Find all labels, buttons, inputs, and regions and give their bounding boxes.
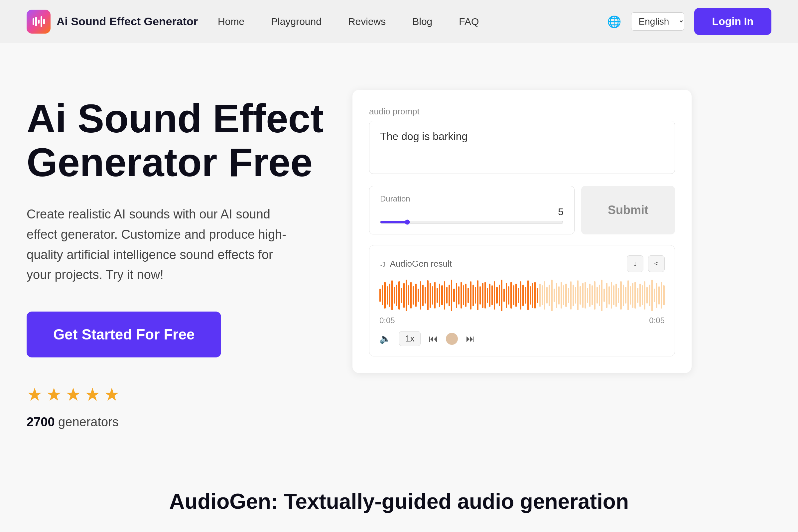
waveform-bar xyxy=(441,285,442,305)
time-row: 0:05 0:05 xyxy=(379,316,665,325)
navbar: Ai Sound Effect Generator Home Playgroun… xyxy=(0,0,798,43)
waveform-bar xyxy=(654,289,655,302)
waveform-bar xyxy=(565,284,567,307)
svg-rect-4 xyxy=(43,19,45,24)
result-actions: ↓ < xyxy=(627,255,665,272)
waveform-bar xyxy=(418,289,419,302)
waveform-bar xyxy=(460,282,462,308)
logo-area[interactable]: Ai Sound Effect Generator xyxy=(26,10,198,34)
waveform-bar xyxy=(558,286,559,305)
nav-links: Home Playground Reviews Blog FAQ xyxy=(218,16,607,27)
waveform-bar xyxy=(573,285,574,306)
svg-rect-0 xyxy=(33,18,34,25)
waveform-bar xyxy=(537,288,538,303)
nav-link-faq[interactable]: FAQ xyxy=(459,16,479,27)
waveform-bar xyxy=(642,285,643,305)
waveform-bar xyxy=(549,285,550,306)
waveform-bar xyxy=(551,280,552,311)
waveform-bar xyxy=(513,285,514,305)
waveform-bar xyxy=(456,283,457,308)
waveform-bar xyxy=(451,280,452,311)
forward-button[interactable]: ⏭ xyxy=(466,333,475,344)
star-3: ★ xyxy=(65,384,81,405)
waveform-bar xyxy=(449,285,450,306)
hero-right: audio prompt The dog is barking Duration… xyxy=(353,90,691,373)
speed-button[interactable]: 1x xyxy=(399,331,421,346)
duration-value: 5 xyxy=(558,206,564,217)
waveform-bar xyxy=(420,281,421,309)
waveform-bar xyxy=(568,288,569,303)
waveform-bar xyxy=(627,280,629,310)
bottom-title: AudioGen: Textually-guided audio generat… xyxy=(26,489,772,514)
nav-link-home[interactable]: Home xyxy=(218,16,244,27)
waveform-bar xyxy=(475,287,476,304)
nav-link-reviews[interactable]: Reviews xyxy=(348,16,386,27)
waveform-bar xyxy=(394,287,395,304)
waveform-bar xyxy=(444,281,445,309)
forward-icon: ⏭ xyxy=(466,333,475,344)
waveform-bar xyxy=(496,287,497,304)
language-select[interactable]: English Spanish French German xyxy=(631,12,684,31)
waveform-bar xyxy=(570,281,572,309)
get-started-button[interactable]: Get Started For Free xyxy=(26,311,221,358)
logo-text: Ai Sound Effect Generator xyxy=(57,15,198,28)
waveform-bar xyxy=(413,286,414,305)
waveform-bar xyxy=(458,286,459,305)
share-button[interactable]: < xyxy=(648,255,665,272)
share-icon: < xyxy=(654,259,659,268)
audio-prompt-input[interactable]: The dog is barking xyxy=(369,121,675,174)
nav-link-playground[interactable]: Playground xyxy=(271,16,322,27)
waveform-bar xyxy=(634,282,636,308)
rewind-button[interactable]: ⏮ xyxy=(429,333,438,344)
rewind-icon: ⏮ xyxy=(429,333,438,344)
waveform-bar xyxy=(499,285,500,306)
waveform-bar xyxy=(453,289,455,302)
waveform-bar xyxy=(434,282,436,308)
volume-button[interactable]: 🔈 xyxy=(379,333,391,344)
waveform-bar xyxy=(649,285,650,306)
waveform-bar xyxy=(532,283,533,308)
waveform-bar xyxy=(646,287,648,304)
waveform-bar xyxy=(544,281,545,309)
waveform-bar xyxy=(398,281,400,309)
svg-rect-2 xyxy=(38,20,40,24)
waveform-bar xyxy=(582,283,584,308)
stars-row: ★ ★ ★ ★ ★ 2700 generators xyxy=(26,384,326,429)
duration-submit-row: Duration 5 Submit xyxy=(369,186,675,234)
waveform-bar xyxy=(391,280,393,310)
waveform-bar xyxy=(604,289,605,302)
waveform-bar xyxy=(630,286,631,305)
login-button[interactable]: Login In xyxy=(694,8,772,35)
volume-icon: 🔈 xyxy=(379,333,391,344)
duration-slider[interactable] xyxy=(380,220,564,225)
result-title-row: ♫ AudioGen result xyxy=(379,259,452,269)
waveform-bar xyxy=(632,283,633,308)
hero-left: Ai Sound Effect Generator Free Create re… xyxy=(26,83,326,429)
waveform-bar xyxy=(487,288,488,303)
waveform-bar xyxy=(520,281,521,309)
waveform-bar xyxy=(596,287,598,304)
waveform-bar xyxy=(599,285,600,306)
waveform-bar xyxy=(510,282,512,308)
submit-button[interactable]: Submit xyxy=(581,186,675,234)
waveform-bar xyxy=(615,284,617,307)
waveform-bar xyxy=(594,281,595,309)
download-icon: ↓ xyxy=(633,259,637,268)
waveform-bar xyxy=(661,282,662,308)
globe-icon[interactable]: 🌐 xyxy=(607,15,621,28)
waveform-bar xyxy=(430,283,431,308)
waveform-bar xyxy=(534,282,536,308)
time-start: 0:05 xyxy=(379,316,395,325)
waveform-bar xyxy=(515,284,517,307)
nav-link-blog[interactable]: Blog xyxy=(412,16,432,27)
waveform-bar xyxy=(601,280,603,311)
waveform-bar xyxy=(465,284,467,307)
svg-rect-3 xyxy=(41,16,42,27)
result-title: AudioGen result xyxy=(390,259,452,269)
generators-text: 2700 generators xyxy=(26,415,119,429)
waveform-bar xyxy=(389,284,391,307)
waveform-bar xyxy=(620,281,622,309)
download-button[interactable]: ↓ xyxy=(627,255,643,272)
waveform-bar xyxy=(663,285,664,305)
waveform-bar xyxy=(473,285,474,306)
